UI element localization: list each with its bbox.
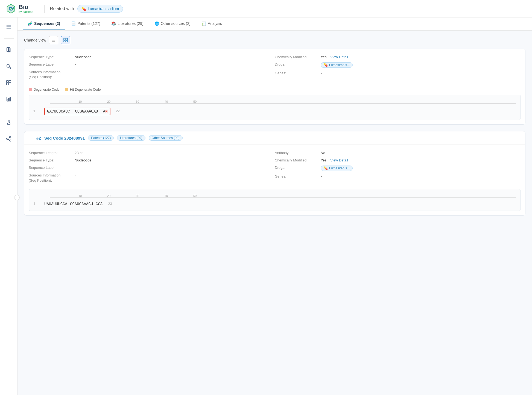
seq1-details-right: Chemically Modified: Yes View Detail Dru…: [275, 53, 521, 81]
drug-badge[interactable]: 💊 Lumasiran sodium: [77, 5, 123, 13]
seq2-details-right: Antibody: No Chemically Modified: Yes Vi…: [275, 149, 521, 184]
seq2-patents-badge[interactable]: Patents (127): [88, 135, 114, 141]
seq1-ruler: 10 20 30 40 50: [50, 99, 516, 106]
list-view-button[interactable]: [49, 36, 58, 44]
tab-literatures[interactable]: 📚 Literatures (29): [106, 17, 148, 30]
app-byline: by patsnap: [19, 10, 33, 13]
drug-tag-icon: 💊: [324, 63, 328, 67]
seq1-seq-label-row: Sequence Label: -: [29, 61, 275, 68]
seq1-seq-label-label: Sequence Label:: [29, 62, 72, 66]
top-header: ⬡ Bio by patsnap Related with 💊 Lumasira…: [0, 0, 532, 17]
sidebar-menu-icon[interactable]: [4, 22, 14, 32]
view-controls: Change view: [24, 36, 525, 44]
degenerate-color: [29, 88, 32, 91]
svg-line-22: [8, 137, 9, 138]
svg-rect-13: [9, 83, 11, 85]
seq1-chem-mod-value: Yes: [321, 55, 326, 59]
ruler-baseline-1: [50, 103, 516, 104]
seq2-chem-mod-value: Yes: [321, 158, 326, 162]
seq2-sources-row: Sources Information(Seq Position): -: [29, 171, 275, 184]
other-sources-tab-icon: 🌐: [154, 21, 159, 26]
seq2-sources-label: Sources Information(Seq Position):: [29, 173, 72, 183]
svg-rect-27: [64, 38, 65, 40]
seq2-drugs-value[interactable]: 💊 Lumasiran s...: [321, 166, 353, 171]
drug-icon: 💊: [81, 7, 86, 11]
tab-patents[interactable]: 📄 Patents (127): [66, 17, 105, 30]
tab-analysis[interactable]: 📊 Analysis: [197, 17, 227, 30]
seq2-seq-type-value: Nucleotide: [75, 158, 91, 162]
svg-rect-12: [6, 83, 8, 85]
sequence-card-2: #2 Seq Code 282408991 Patents (127) Lite…: [24, 131, 525, 215]
drug-name: Lumasiran sodium: [88, 7, 119, 11]
sidebar-analytics-icon[interactable]: [4, 94, 14, 104]
seq2-ruler-area: 10 20 30 40 50: [33, 194, 516, 200]
seq1-chem-mod-label: Chemically Modified:: [275, 55, 318, 59]
svg-rect-29: [64, 40, 65, 42]
seq2-ruler: 10 20 30 40 50: [50, 194, 516, 200]
seq2-other-badge[interactable]: Other Sources (90): [149, 135, 183, 141]
seq1-seq-label-value: -: [75, 62, 76, 66]
ruler-10: 10: [78, 100, 82, 103]
ruler-40: 40: [165, 100, 168, 103]
seq2-part3: CCA: [96, 202, 103, 206]
seq2-details-grid: Sequence Length: 23 nt Sequence Type: Nu…: [24, 145, 525, 189]
seq2-header: #2 Seq Code 282408991 Patents (127) Lite…: [24, 131, 525, 145]
svg-rect-30: [66, 40, 68, 42]
sidebar-grid-icon[interactable]: [4, 78, 14, 88]
sidebar-share-icon[interactable]: [4, 134, 14, 144]
seq2-seq-label-label: Sequence Label:: [29, 166, 72, 170]
literatures-tab-icon: 📚: [111, 21, 116, 26]
seq2-code: Seq Code 282408991: [44, 136, 85, 140]
seq2-ruler-30: 30: [136, 194, 139, 197]
seq2-line: 1 UAUAUUUCCA GGAUGAAAGU CCA 23: [33, 202, 516, 206]
tab-sequences[interactable]: 🧬 Sequences (2): [23, 17, 65, 30]
seq2-drug-tag-text: Lumasiran s...: [329, 166, 350, 170]
svg-rect-18: [10, 98, 10, 101]
seq2-seq-label-row: Sequence Label: -: [29, 164, 275, 171]
main-content: › 🧬 Sequences (2) 📄 Patents (127) 📚 Lite…: [17, 17, 532, 395]
seq1-line-num: 1: [33, 110, 44, 113]
sidebar-flask-icon[interactable]: [4, 117, 14, 127]
seq2-sources-value: -: [75, 173, 76, 177]
seq2-line-num: 1: [33, 202, 44, 206]
left-sidebar: [0, 17, 17, 395]
seq1-genes-label: Genes:: [275, 71, 318, 75]
seq2-part1: UAUAUUUCCA: [44, 202, 67, 206]
seq2-view-detail-link[interactable]: View Detail: [330, 158, 348, 162]
app-name: Bio: [19, 4, 33, 10]
seq2-drugs-row: Drugs: 💊 Lumasiran s...: [275, 164, 521, 173]
legend-degenerate: Degenerate Code: [29, 88, 60, 92]
seq2-checkbox[interactable]: [29, 136, 33, 140]
seq1-seq-type-row: Sequence Type: Nucleotide: [29, 53, 275, 61]
logo-area: ⬡ Bio by patsnap: [5, 3, 33, 14]
seq1-line: 1 GACUUUCAUC CUGGAAAUAU AN 22: [33, 108, 516, 115]
seq2-literatures-badge[interactable]: Literatures (29): [117, 135, 145, 141]
seq2-id: #2: [36, 136, 41, 140]
svg-point-9: [10, 68, 11, 69]
sequences-tab-icon: 🧬: [28, 21, 33, 26]
seq1-genes-row: Genes: -: [275, 69, 521, 77]
seq2-genes-row: Genes: -: [275, 173, 521, 180]
seq2-length-value: 23 nt: [75, 151, 83, 155]
seq1-seq-type-label: Sequence Type:: [29, 55, 72, 59]
seq2-part2: GGAUGAAAGU: [70, 202, 93, 206]
sidebar-search-icon[interactable]: [4, 61, 14, 71]
seq1-sources-value: -: [75, 70, 76, 74]
ruler-50: 50: [193, 100, 197, 103]
seq1-drugs-value[interactable]: 💊 Lumasiran s...: [321, 62, 353, 68]
grid-view-button[interactable]: [61, 36, 70, 44]
tab-other-sources[interactable]: 🌐 Other sources (2): [150, 17, 195, 30]
content-area: Change view: [17, 31, 532, 228]
logo-text: Bio by patsnap: [19, 4, 33, 13]
sidebar-document-icon[interactable]: [4, 45, 14, 55]
seq1-sources-label: Sources Information(Seq Position):: [29, 70, 72, 79]
seq1-part2: CUGGAAAUAU: [75, 109, 98, 114]
seq1-view-detail-link[interactable]: View Detail: [330, 55, 348, 59]
seq1-highlight-N: N: [105, 109, 107, 114]
svg-point-21: [9, 140, 11, 142]
seq1-part1: GACUUUCAUC: [47, 109, 70, 114]
seq2-seq-type-row: Sequence Type: Nucleotide: [29, 157, 275, 164]
seq2-genes-value: -: [321, 174, 322, 178]
sequences-tab-label: Sequences (2): [34, 21, 60, 26]
seq2-ruler-50: 50: [193, 194, 197, 197]
